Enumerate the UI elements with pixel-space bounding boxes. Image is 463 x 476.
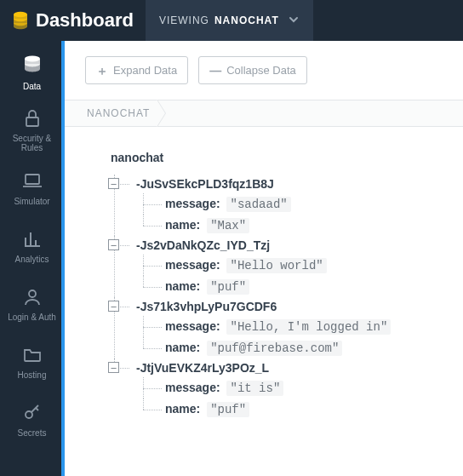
data-tree: nanochat –-JuSvSEkcPLD3fqz1B8Jmessage: "… — [65, 127, 463, 437]
tree-leaf: message: "Hello, I'm logged in" — [140, 316, 463, 337]
sidebar-item-label: Data — [23, 82, 41, 91]
tree-leaf-row: message: "Hello world" — [165, 255, 463, 276]
collapse-toggle[interactable]: – — [108, 239, 119, 250]
viewing-app-name: NANOCHAT — [214, 14, 279, 26]
tree-leaf-value[interactable]: "it is" — [226, 381, 283, 396]
sidebar-item-hosting[interactable]: Hosting — [0, 330, 61, 388]
svg-rect-3 — [26, 175, 39, 184]
tree-leaf-value[interactable]: "Max" — [207, 218, 249, 233]
tree-node-key[interactable]: -Js71k3vhpLyPu7GCDF6 — [136, 300, 277, 313]
tree-node-key[interactable]: -Js2vDaNkQZc_IYD_Tzj — [136, 238, 270, 252]
tree-leaf: name: "puf" — [140, 399, 463, 420]
main-panel: ＋ Expand Data — Collapse Data NANOCHAT n… — [61, 41, 463, 476]
tree-leaf-key-message[interactable]: message: — [165, 381, 223, 394]
sidebar-item-simulator[interactable]: Simulator — [0, 157, 61, 215]
sidebar-item-label: Analytics — [14, 255, 49, 264]
topbar: Dashboard VIEWING NANOCHAT — [0, 0, 463, 41]
sidebar-item-label: Hosting — [18, 370, 47, 380]
tree-node-row: –-JtjVuEVKZ4rLy3POz_L — [136, 358, 463, 377]
sidebar-item-analytics[interactable]: Analytics — [0, 215, 61, 272]
folder-icon — [22, 345, 43, 365]
tree-leaf-row: message: "it is" — [165, 377, 463, 399]
tree-leaf-key-name[interactable]: name: — [165, 402, 203, 416]
tree-node: –-Js2vDaNkQZc_IYD_Tzjmessage: "Hello wor… — [111, 236, 463, 297]
sidebar-item-data[interactable]: Data — [0, 41, 61, 99]
sidebar-item-secrets[interactable]: Secrets — [0, 388, 61, 446]
tree-leaf: message: "it is" — [140, 377, 463, 399]
tree-leaf-key-name[interactable]: name: — [165, 279, 203, 293]
tree-leaf-value[interactable]: "puf@firebase.com" — [207, 341, 342, 356]
user-icon — [22, 287, 43, 307]
tree-node: –-JuSvSEkcPLD3fqz1B8Jmessage: "sadaad"na… — [111, 175, 463, 236]
button-label: Collapse Data — [226, 64, 296, 77]
tree-leaf-value[interactable]: "sadaad" — [226, 197, 290, 212]
app-switcher[interactable]: VIEWING NANOCHAT — [146, 0, 313, 41]
lock-icon — [22, 108, 43, 129]
tree-leaf: message: "sadaad" — [140, 193, 463, 215]
tree-node-row: –-Js71k3vhpLyPu7GCDF6 — [136, 297, 463, 316]
tree-node-key[interactable]: -JtjVuEVKZ4rLy3POz_L — [136, 361, 269, 375]
collapse-toggle[interactable]: – — [108, 301, 119, 312]
database-icon — [12, 11, 29, 30]
tree-leaf-key-message[interactable]: message: — [165, 197, 223, 210]
tree-leaf: name: "puf" — [140, 276, 463, 297]
sidebar-item-security[interactable]: Security & Rules — [0, 99, 61, 157]
breadcrumb: NANOCHAT — [65, 100, 463, 127]
sidebar: Data Security & Rules Simulator Analytic… — [0, 41, 61, 476]
tree-root-label[interactable]: nanochat — [111, 151, 463, 164]
minus-icon: — — [209, 65, 221, 77]
tree-leaf-row: name: "Max" — [165, 215, 463, 236]
tree-leaf-row: name: "puf" — [165, 399, 463, 420]
tree-leaf-row: message: "sadaad" — [165, 193, 463, 215]
sidebar-item-label: Simulator — [14, 197, 49, 206]
breadcrumb-root[interactable]: NANOCHAT — [82, 107, 160, 119]
button-label: Expand Data — [113, 64, 177, 77]
key-icon — [22, 403, 43, 423]
database-icon — [21, 54, 43, 77]
svg-point-4 — [29, 290, 36, 297]
toolbar: ＋ Expand Data — Collapse Data — [65, 41, 463, 100]
tree-leaf: name: "puf@firebase.com" — [140, 337, 463, 358]
collapse-data-button[interactable]: — Collapse Data — [198, 56, 307, 84]
page-title: Dashboard — [36, 9, 134, 32]
tree-leaf: name: "Max" — [140, 215, 463, 236]
collapse-toggle[interactable]: – — [108, 362, 119, 373]
sidebar-item-login[interactable]: Login & Auth — [0, 272, 61, 330]
tree-node: –-Js71k3vhpLyPu7GCDF6message: "Hello, I'… — [111, 297, 463, 358]
plus-icon: ＋ — [96, 65, 108, 77]
brand[interactable]: Dashboard — [0, 0, 146, 41]
sidebar-item-label: Login & Auth — [8, 313, 56, 322]
tree-node-row: –-JuSvSEkcPLD3fqz1B8J — [136, 175, 463, 193]
tree-leaf-value[interactable]: "Hello, I'm logged in" — [226, 319, 391, 335]
tree-leaf-value[interactable]: "Hello world" — [226, 258, 326, 273]
tree-leaf-key-message[interactable]: message: — [165, 258, 223, 272]
tree-node: –-JtjVuEVKZ4rLy3POz_Lmessage: "it is"nam… — [111, 358, 463, 420]
tree-node-row: –-Js2vDaNkQZc_IYD_Tzj — [136, 236, 463, 255]
tree-leaf-key-name[interactable]: name: — [165, 341, 203, 354]
sidebar-item-label: Security & Rules — [3, 134, 61, 152]
svg-rect-2 — [26, 118, 38, 126]
svg-point-5 — [26, 411, 32, 418]
collapse-toggle[interactable]: – — [108, 178, 119, 189]
chevron-down-icon — [288, 14, 300, 28]
tree-leaf-value[interactable]: "puf" — [207, 279, 249, 295]
tree-leaf-value[interactable]: "puf" — [207, 402, 249, 417]
tree-leaf-row: name: "puf@firebase.com" — [165, 337, 463, 358]
sidebar-item-label: Secrets — [18, 428, 47, 438]
viewing-label: VIEWING — [159, 14, 209, 26]
tree-leaf-key-name[interactable]: name: — [165, 218, 203, 232]
chart-icon — [22, 229, 43, 249]
tree-leaf-row: message: "Hello, I'm logged in" — [165, 316, 463, 337]
tree-leaf-row: name: "puf" — [165, 276, 463, 297]
expand-data-button[interactable]: ＋ Expand Data — [85, 56, 188, 84]
laptop-icon — [21, 171, 43, 192]
tree-node-key[interactable]: -JuSvSEkcPLD3fqz1B8J — [136, 177, 274, 191]
tree-leaf-key-message[interactable]: message: — [165, 319, 223, 333]
tree-leaf: message: "Hello world" — [140, 255, 463, 276]
